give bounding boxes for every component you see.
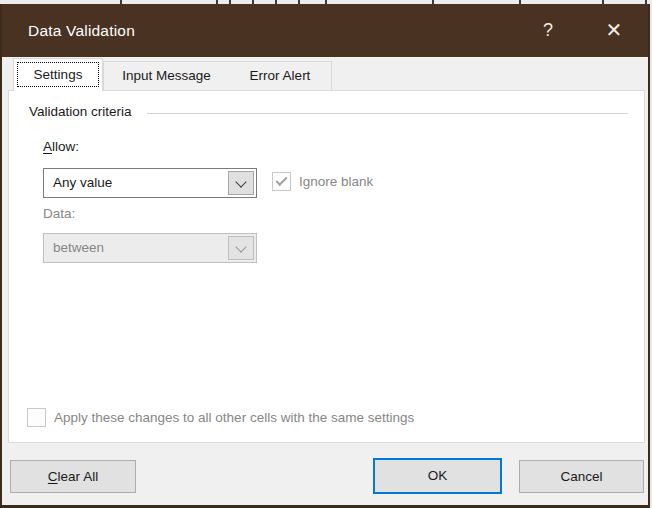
data-combobox: between: [43, 233, 257, 263]
apply-all-label: Apply these changes to all other cells w…: [54, 408, 414, 427]
tab-input-message[interactable]: Input Message: [103, 61, 230, 91]
tab-input-message-label: Input Message: [122, 68, 211, 83]
data-label: Data:: [43, 206, 75, 221]
chevron-down-icon: [235, 176, 246, 187]
cancel-button[interactable]: Cancel: [519, 460, 644, 493]
checkmark-icon: [275, 174, 287, 186]
allow-combobox-dropdown-button[interactable]: [228, 171, 254, 195]
allow-combobox-value: Any value: [53, 169, 112, 197]
help-icon[interactable]: ?: [530, 4, 566, 57]
allow-combobox[interactable]: Any value: [43, 168, 257, 198]
chevron-down-icon: [235, 241, 246, 252]
tab-settings[interactable]: Settings: [13, 58, 103, 91]
group-divider-line: [147, 113, 628, 114]
settings-tab-page: Validation criteria Allow: Any value Ign…: [8, 90, 645, 443]
validation-criteria-group-label: Validation criteria: [29, 104, 132, 119]
data-combobox-dropdown-button: [228, 236, 254, 260]
screen: Data Validation ? ✕ Settings Input Messa…: [0, 0, 652, 508]
apply-all-checkbox[interactable]: [27, 408, 46, 427]
close-icon[interactable]: ✕: [596, 4, 632, 57]
apply-all-checkbox-row: Apply these changes to all other cells w…: [27, 408, 414, 427]
data-combobox-value: between: [53, 234, 104, 262]
ok-button[interactable]: OK: [373, 458, 502, 494]
dialog-title: Data Validation: [28, 4, 135, 57]
tab-settings-label: Settings: [34, 67, 83, 82]
tab-error-alert[interactable]: Error Alert: [229, 61, 332, 91]
allow-label: Allow:: [43, 139, 79, 154]
data-validation-dialog: Data Validation ? ✕ Settings Input Messa…: [0, 4, 650, 508]
ignore-blank-label: Ignore blank: [299, 172, 373, 191]
ignore-blank-checkbox-row: Ignore blank: [272, 172, 373, 191]
tab-error-alert-label: Error Alert: [250, 68, 311, 83]
dialog-titlebar[interactable]: Data Validation ? ✕: [2, 4, 648, 57]
clear-all-button[interactable]: Clear All: [10, 460, 136, 493]
ignore-blank-checkbox[interactable]: [272, 172, 291, 191]
